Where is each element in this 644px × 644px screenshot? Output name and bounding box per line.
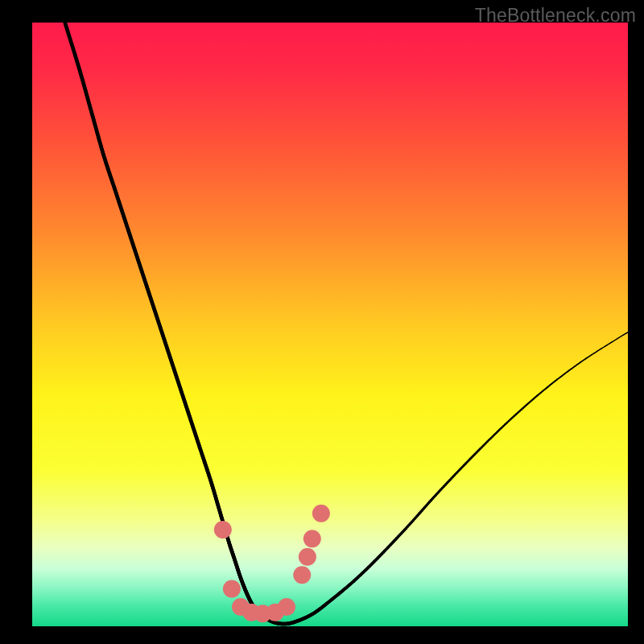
marker-dot bbox=[303, 530, 321, 547]
marker-dot bbox=[299, 548, 316, 566]
marker-dot bbox=[214, 521, 232, 539]
chart-stage: TheBottleneck.com bbox=[0, 0, 644, 644]
plot-area bbox=[32, 23, 628, 626]
plot-svg bbox=[32, 23, 628, 626]
watermark-text: TheBottleneck.com bbox=[475, 5, 636, 27]
marker-dot bbox=[278, 598, 295, 616]
marker-dot bbox=[312, 505, 330, 522]
marker-dot bbox=[293, 566, 311, 584]
gradient-rect bbox=[32, 23, 628, 626]
marker-dot bbox=[223, 580, 241, 598]
